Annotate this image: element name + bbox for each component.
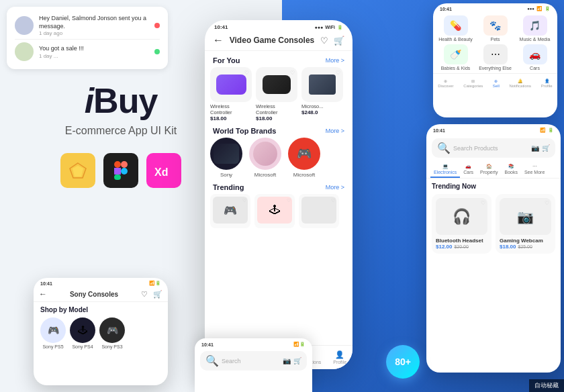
product-card-0[interactable]: ♡ Wireless Controller $18.00 — [210, 67, 252, 121]
cat-label-health: Health & Beauty — [438, 37, 473, 42]
nav-rt-discover[interactable]: ⊕ Discover — [438, 79, 453, 88]
heart-rb-0[interactable]: ♡ — [481, 200, 485, 206]
xbox-img — [253, 142, 277, 166]
trending-card-1[interactable]: 🕹 ♡ — [254, 194, 295, 228]
trending-icon-0: 🎮 — [224, 204, 237, 217]
status-icons-main: ●●● WiFi 🔋 — [315, 25, 343, 30]
trending-title-main: Trending — [213, 183, 244, 191]
search-bar-rb[interactable]: 🔍 Search Products 📷 🛒 — [432, 138, 555, 158]
model-ps5[interactable]: 🎮 Sony PS5 — [40, 317, 66, 349]
status-icons-rt: ●●●📶🔋 — [527, 6, 551, 11]
product-image-purple — [216, 75, 246, 95]
cat-label-babies: Babies & Kids — [441, 66, 471, 70]
brands-more[interactable]: More > — [326, 128, 344, 134]
trending-more[interactable]: More > — [326, 184, 344, 191]
cat-babies[interactable]: 🍼 Babies & Kids — [437, 44, 474, 70]
brand-microsoft-1[interactable]: Microsoft — [249, 138, 281, 178]
msg-text-2: You got a sale !!! — [39, 45, 84, 53]
status-time-rt: 10:41 — [440, 7, 452, 11]
discover-rt-icon: ⊕ — [444, 79, 447, 83]
right-top-phone: 10:41 ●●●📶🔋 💊 Health & Beauty 🐾 Pets 🎵 M… — [433, 3, 557, 117]
cat-cars[interactable]: 🚗 Cars — [516, 44, 553, 70]
heart-rb-1[interactable]: ♡ — [545, 200, 549, 206]
back-button-main[interactable]: ← — [213, 34, 224, 46]
cart-bl-icon[interactable]: 🛒 — [153, 290, 162, 299]
filter-cars[interactable]: 🚗 Cars — [460, 162, 477, 178]
search-placeholder-bc: Search — [222, 358, 241, 364]
trending-card-0[interactable]: 🎮 ♡ — [210, 194, 250, 228]
figma-icon — [103, 153, 138, 188]
cars-filter-icon: 🚗 — [465, 164, 471, 169]
msg-indicator-1 — [154, 23, 160, 28]
product-heart-1[interactable]: ♡ — [290, 70, 295, 76]
product-heart-2[interactable]: ♡ — [336, 70, 340, 76]
cat-icon-babies: 🍼 — [444, 44, 468, 64]
brand-sony[interactable]: Sony — [210, 138, 242, 178]
status-bar-right-top: 10:41 ●●●📶🔋 — [433, 3, 557, 13]
trending-scroll: 🎮 ♡ 🕹 ♡ ♡ — [205, 194, 352, 231]
heart-header-icon[interactable]: ♡ — [320, 36, 328, 46]
cart-header-icon[interactable]: 🛒 — [334, 36, 344, 46]
filter-books[interactable]: 📚 Books — [501, 162, 520, 178]
nav-profile[interactable]: 👤 Profile — [333, 350, 346, 364]
heart-bl-icon[interactable]: ♡ — [141, 290, 148, 299]
model-ps3[interactable]: 🎮 Sony PS3 — [99, 317, 125, 349]
product-rb-img-0: 🎧 ♡ — [436, 198, 487, 235]
trending-card-2[interactable]: ♡ — [299, 194, 339, 228]
filter-tabs: 💻 Electronics 🚗 Cars 🏠 Property 📚 Books … — [426, 162, 561, 179]
cat-pets[interactable]: 🐾 Pets — [477, 15, 514, 42]
cat-music[interactable]: 🎵 Music & Media — [516, 15, 553, 42]
more-filter-icon: ⋯ — [532, 164, 537, 169]
trending-now-section: Trending Now 🎧 ♡ Bluetooth Headset $12.0… — [426, 179, 561, 258]
model-ps4[interactable]: 🕹 Sony PS4 — [70, 317, 95, 349]
status-time-main: 10:41 — [214, 24, 228, 30]
brand-nintendo[interactable]: 🎮 Microsoft — [288, 138, 320, 178]
filter-property[interactable]: 🏠 Property — [477, 162, 501, 178]
nav-rt-notif[interactable]: 🔔 Notifications — [509, 79, 531, 88]
filter-electronics[interactable]: 💻 Electronics — [430, 162, 460, 178]
cat-icon-else: ⋯ — [483, 44, 508, 64]
nav-rt-cat-label: Categories — [463, 84, 483, 88]
search-bar-bc[interactable]: 🔍 Search 📷 🛒 — [200, 351, 307, 371]
for-you-more[interactable]: More > — [326, 57, 344, 64]
filter-more[interactable]: ⋯ See More — [521, 162, 548, 178]
watermark: 自动秘藏 — [529, 379, 564, 392]
product-rb-0[interactable]: 🎧 ♡ Bluetooth Headset $12.00 $20.00 — [432, 194, 491, 254]
xd-icon: Xd — [146, 153, 181, 188]
product-card-1[interactable]: ♡ Wireless Controller $18.00 — [256, 67, 297, 121]
status-bar-bl: 10:41 📶🔋 — [34, 278, 168, 287]
cat-else[interactable]: ⋯ Everything Else — [477, 44, 514, 70]
model-label-ps4: Sony PS4 — [72, 344, 93, 349]
product-rb-price-row-0: $12.00 $20.00 — [436, 244, 487, 250]
product-name-2: Microso... — [301, 103, 343, 109]
brand-icon-sony — [210, 138, 242, 170]
search-icon-bc: 🔍 — [205, 354, 219, 367]
status-bar-main: 10:41 ●●● WiFi 🔋 — [205, 20, 352, 32]
nav-rt-categories[interactable]: ⊞ Categories — [463, 79, 483, 88]
product-heart-0[interactable]: ♡ — [244, 70, 249, 76]
phone-header-main[interactable]: ← Video Game Consoles ♡ 🛒 — [205, 32, 352, 51]
product-rb-old-1: $25.00 — [518, 244, 532, 249]
electronics-icon: 💻 — [442, 164, 449, 169]
msg-time-1: 1 day ago — [39, 30, 149, 36]
avatar-1 — [15, 16, 34, 35]
product-rb-1[interactable]: 📷 ♡ Gaming Webcam $18.00 $25.00 — [496, 194, 555, 254]
product-rb-img-1: 📷 ♡ — [500, 198, 551, 235]
msg-text-1: Hey Daniel, Salmond Jonson sent you a me… — [39, 15, 149, 30]
for-you-header: For You More > — [205, 51, 352, 67]
nav-profile-label: Profile — [333, 360, 346, 364]
back-button-bl[interactable]: ← — [39, 289, 47, 299]
notif-rt-icon: 🔔 — [518, 79, 522, 83]
status-bar-bc: 10:41 📶🔋 — [195, 338, 312, 348]
nav-rt-sell[interactable]: ⊕ Sell — [493, 79, 500, 88]
product-card-2[interactable]: ♡ Microso... $248.0 — [301, 67, 343, 121]
status-time-bc: 10:41 — [201, 342, 214, 347]
cat-health[interactable]: 💊 Health & Beauty — [437, 15, 474, 42]
property-icon: 🏠 — [486, 164, 492, 169]
cat-icon-music: 🎵 — [523, 15, 547, 36]
nav-rt-profile[interactable]: 👤 Profile — [541, 79, 553, 88]
cat-icon-health: 💊 — [444, 15, 468, 36]
svg-rect-3 — [121, 161, 128, 168]
product-img-2: ♡ — [301, 67, 343, 102]
filter-property-label: Property — [480, 170, 498, 175]
